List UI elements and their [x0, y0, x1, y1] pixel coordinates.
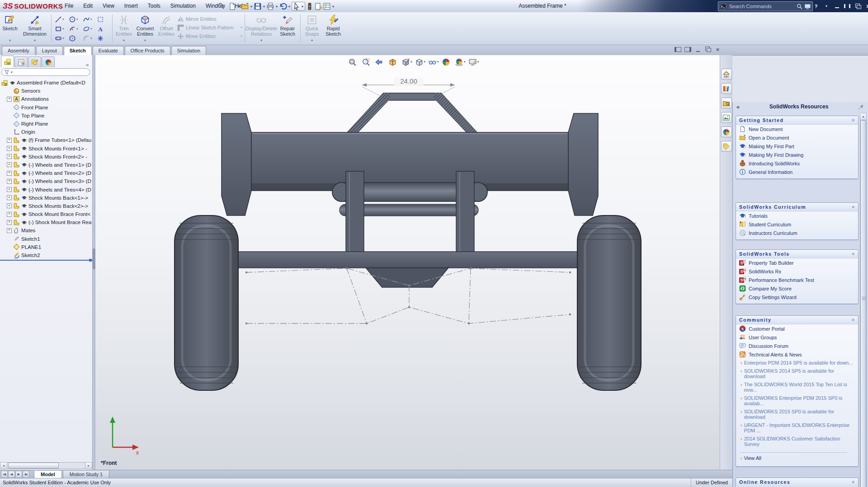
- convert-entities-button[interactable]: Convert Entities: [134, 14, 156, 42]
- scroll-up-icon[interactable]: [860, 113, 866, 120]
- command-tab[interactable]: Assembly: [2, 46, 35, 55]
- command-tab[interactable]: Sketch: [64, 46, 92, 55]
- smart-dimension-button[interactable]: Smart Dimension: [20, 14, 50, 42]
- design-library-button[interactable]: [721, 83, 732, 94]
- view-tool[interactable]: [428, 57, 439, 67]
- rectangle-tool[interactable]: [54, 24, 68, 33]
- view-tool[interactable]: [361, 57, 373, 67]
- model-tab[interactable]: Model: [34, 471, 62, 478]
- expand-icon[interactable]: [7, 154, 12, 159]
- help-menu-chevron-icon[interactable]: [823, 3, 830, 9]
- taskpane-link[interactable]: Technical Alerts & News: [736, 350, 858, 359]
- help-icon[interactable]: [813, 3, 819, 9]
- tree-item[interactable]: (f) Frame Tubes<1> (Defau: [0, 136, 93, 144]
- selection-box-tool[interactable]: [96, 14, 110, 24]
- view-all-link[interactable]: View All: [736, 455, 858, 462]
- next-tab-icon[interactable]: [15, 471, 22, 478]
- chevron-down-icon[interactable]: [288, 2, 291, 10]
- collapse-section-icon[interactable]: [851, 206, 856, 208]
- taskpane-link[interactable]: Discussion Forum: [736, 342, 858, 350]
- view-tool[interactable]: [401, 57, 413, 67]
- tree-item[interactable]: Right Plane: [0, 120, 93, 128]
- view-tool[interactable]: [348, 57, 359, 67]
- file-explorer-button[interactable]: [721, 98, 732, 108]
- menu-item[interactable]: Insert: [119, 0, 143, 12]
- chevron-down-icon[interactable]: [62, 27, 64, 31]
- news-link[interactable]: SOLIDWORKS Enterprise PDM 2015 SP0 is av…: [741, 395, 855, 407]
- chevron-down-icon[interactable]: [410, 60, 412, 64]
- tree-item[interactable]: (-) Wheels and Tires<2> (D: [0, 169, 93, 177]
- command-tab[interactable]: Simulation: [171, 46, 206, 55]
- scroll-right-icon[interactable]: [85, 463, 92, 468]
- wheel-left[interactable]: [175, 215, 238, 390]
- collapse-section-icon[interactable]: [851, 480, 856, 483]
- tree-item[interactable]: Top Plane: [0, 112, 93, 120]
- traffic-light-icon[interactable]: [306, 2, 314, 10]
- more-tabs-chevron-icon[interactable]: [86, 62, 89, 67]
- tree-item[interactable]: Sketch2: [0, 251, 93, 259]
- first-tab-icon[interactable]: [1, 471, 8, 478]
- tree-item[interactable]: Sketch1: [0, 235, 93, 243]
- ellipse-tool[interactable]: [82, 24, 96, 33]
- graphics-viewport[interactable]: 24.00: [95, 55, 720, 470]
- chevron-down-icon[interactable]: [144, 38, 146, 42]
- doc-close-icon[interactable]: [714, 47, 721, 52]
- polygon-tool[interactable]: [68, 33, 82, 43]
- search-scope-icon[interactable]: [804, 3, 811, 10]
- scrollbar-thumb[interactable]: [860, 120, 866, 487]
- close-icon[interactable]: [865, 3, 868, 9]
- command-tab[interactable]: Layout: [36, 46, 63, 55]
- news-link[interactable]: Enterprise PDM 2014 SP5 is available for…: [741, 360, 855, 366]
- tree-horizontal-scrollbar[interactable]: [0, 462, 92, 469]
- tree-filter[interactable]: [1, 68, 90, 76]
- expand-icon[interactable]: [7, 97, 12, 102]
- assembly-model[interactable]: 24.00: [95, 55, 720, 470]
- model-tab[interactable]: Motion Study 1: [63, 471, 109, 478]
- point-tool[interactable]: [96, 33, 110, 43]
- chevron-down-icon[interactable]: [123, 38, 125, 42]
- wheel-right[interactable]: [577, 215, 641, 390]
- view-tool[interactable]: [441, 57, 453, 67]
- line-tool[interactable]: [54, 14, 68, 24]
- taskpane-link[interactable]: User Groups: [736, 333, 858, 342]
- file-properties-icon[interactable]: [314, 2, 322, 10]
- restore-icon[interactable]: [854, 3, 861, 9]
- chevron-down-icon[interactable]: [90, 27, 92, 31]
- tile-right-icon[interactable]: [684, 47, 691, 52]
- tree-item[interactable]: (-) Wheels and Tires<1> (D: [0, 161, 93, 169]
- tree-item[interactable]: Assembled Frame (Default<D: [0, 79, 93, 87]
- chevron-down-icon[interactable]: [62, 18, 64, 21]
- expand-icon[interactable]: [7, 162, 12, 167]
- section-header[interactable]: Community: [736, 316, 858, 324]
- quick-snaps-button[interactable]: Quick Snaps: [302, 14, 322, 42]
- tree-item[interactable]: Shock Mounts Front<2> -: [0, 153, 93, 161]
- scroll-left-icon[interactable]: [0, 463, 7, 468]
- task-pane-scrollbar[interactable]: [860, 113, 867, 487]
- offset-entities-button[interactable]: Offset Entities: [156, 14, 176, 42]
- tab-feature-manager[interactable]: [1, 56, 14, 67]
- tree-item[interactable]: Origin: [0, 128, 93, 136]
- tree-item[interactable]: Shock Mounts Back<2>->: [0, 202, 93, 210]
- circle-tool[interactable]: [68, 14, 82, 24]
- taskpane-link[interactable]: S Property Tab Builder: [736, 258, 858, 267]
- chevron-down-icon[interactable]: [11, 70, 13, 74]
- slot-tool[interactable]: [54, 33, 68, 43]
- chevron-down-icon[interactable]: [260, 38, 262, 42]
- expand-icon[interactable]: [7, 179, 12, 184]
- menu-item[interactable]: Window: [201, 0, 230, 12]
- collapse-section-icon[interactable]: [851, 119, 856, 122]
- chevron-down-icon[interactable]: [424, 60, 426, 64]
- expand-icon[interactable]: [7, 203, 12, 208]
- mirror-entities-button[interactable]: Mirror Entities: [176, 15, 243, 23]
- news-link[interactable]: URGENT - Important SOLIDWORKS Enterprise…: [741, 422, 855, 434]
- doc-restore-icon[interactable]: [704, 47, 711, 52]
- minimize-icon[interactable]: [834, 3, 840, 9]
- chevron-down-icon[interactable]: [464, 60, 466, 64]
- collapse-pane-icon[interactable]: [736, 103, 740, 110]
- collapse-section-icon[interactable]: [851, 318, 856, 321]
- chevron-down-icon[interactable]: [311, 38, 313, 42]
- move-entities-button[interactable]: Move Entities: [176, 33, 243, 40]
- search-icon[interactable]: [217, 2, 225, 10]
- custom-properties-button[interactable]: [721, 141, 732, 152]
- chevron-down-icon[interactable]: [34, 38, 36, 42]
